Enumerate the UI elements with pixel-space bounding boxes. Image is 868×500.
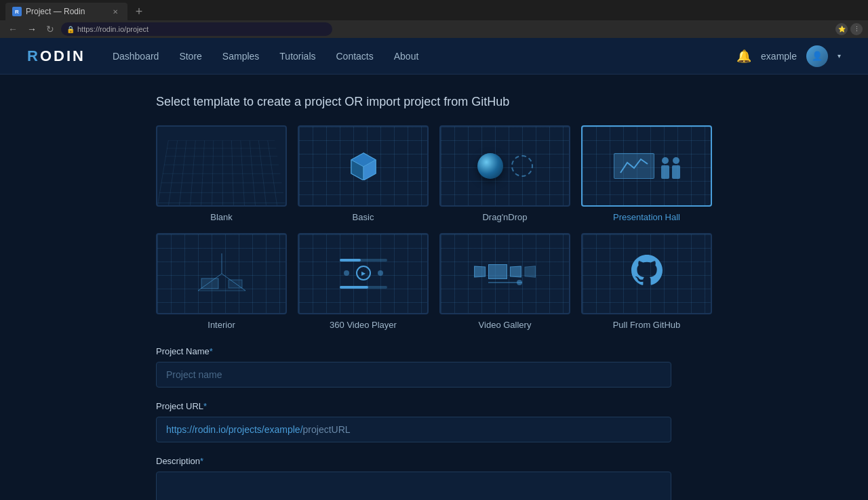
url-prefix: https://rodin.io/projects/example/	[166, 424, 303, 435]
refresh-button[interactable]: ↻	[43, 22, 57, 36]
nav-link-store[interactable]: Store	[179, 51, 201, 62]
template-card-dragndrop[interactable]	[439, 125, 570, 207]
new-tab-button[interactable]: +	[130, 3, 148, 20]
gallery-screens	[474, 264, 536, 279]
templates-grid: Blank Basic	[156, 125, 712, 330]
template-card-presentation-hall[interactable]	[581, 125, 712, 207]
nav-links: Dashboard Store Samples Tutorials Contac…	[113, 51, 418, 62]
secure-icon: 🔒	[66, 26, 75, 33]
template-card-github[interactable]	[581, 233, 712, 314]
required-marker: *	[210, 346, 213, 356]
nav-link-about[interactable]: About	[394, 51, 419, 62]
template-item-github[interactable]: Pull From GitHub	[581, 233, 712, 330]
main-content: Select template to create a project OR i…	[129, 75, 739, 500]
address-bar: ← → ↻ 🔒 https://rodin.io/project ⭐ ⋮	[0, 20, 868, 38]
template-item-basic[interactable]: Basic	[298, 125, 429, 222]
tab-title: Project — Rodin	[26, 7, 85, 16]
template-card-blank[interactable]	[156, 125, 287, 207]
user-avatar[interactable]: 👤	[806, 45, 828, 67]
svg-rect-9	[229, 280, 242, 288]
back-button[interactable]: ←	[5, 22, 20, 36]
description-label: Description*	[156, 456, 671, 466]
template-label-github: Pull From GitHub	[613, 320, 681, 330]
description-textarea[interactable]	[156, 472, 671, 500]
form-section: Project Name* Project URL* https://rodin…	[156, 346, 671, 500]
gallery-screen-center	[488, 264, 507, 279]
nav-link-dashboard[interactable]: Dashboard	[113, 51, 159, 62]
sphere-container	[477, 153, 533, 179]
template-card-video-gallery[interactable]	[439, 233, 570, 314]
forward-button[interactable]: →	[24, 22, 39, 36]
video-dot-left	[344, 270, 349, 276]
project-url-label: Project URL*	[156, 401, 671, 411]
progress-bar-2	[340, 286, 387, 289]
required-marker-url: *	[203, 401, 207, 411]
progress-fill-2	[340, 286, 368, 289]
user-name-label: example	[761, 51, 797, 62]
page-title: Select template to create a project OR i…	[156, 95, 712, 109]
template-item-blank[interactable]: Blank	[156, 125, 287, 222]
template-label-blank: Blank	[210, 212, 233, 222]
presentation-screen	[614, 153, 654, 179]
presentation-icon	[614, 153, 680, 179]
template-item-video-gallery[interactable]: Video Gallery	[439, 233, 570, 330]
template-label-video-gallery: Video Gallery	[479, 320, 532, 330]
gallery-screen-left	[474, 266, 486, 278]
template-label-presentation-hall: Presentation Hall	[613, 212, 680, 222]
menu-icon[interactable]: ⋮	[850, 23, 863, 35]
browser-chrome: R Project — Rodin ✕ + ← → ↻ 🔒 https://ro…	[0, 0, 868, 38]
video-dot-right	[378, 270, 383, 276]
template-item-360-video[interactable]: ▶ 360 Video Player	[298, 233, 429, 330]
browser-tabs: R Project — Rodin ✕ +	[0, 0, 868, 20]
github-icon	[630, 253, 664, 295]
dashed-circle-icon	[511, 155, 533, 177]
video-controls: ▶	[344, 266, 383, 280]
interior-icon	[191, 250, 252, 297]
template-item-dragndrop[interactable]: Drag'nDrop	[439, 125, 570, 222]
tab-favicon: R	[12, 7, 22, 16]
video-play-button: ▶	[356, 266, 371, 280]
gallery-screen-right	[510, 266, 521, 278]
extensions-icon[interactable]: ⭐	[835, 23, 848, 35]
cube-icon	[350, 152, 377, 180]
app-navbar: RODIN Dashboard Store Samples Tutorials …	[0, 38, 868, 75]
gallery-icon	[474, 264, 536, 283]
url-suffix: projectURL	[303, 424, 351, 435]
nav-link-contacts[interactable]: Contacts	[336, 51, 374, 62]
address-url-text: https://rodin.io/project	[77, 25, 149, 33]
template-item-interior[interactable]: Interior	[156, 233, 287, 330]
template-card-basic[interactable]	[298, 125, 429, 207]
template-card-360-video[interactable]: ▶	[298, 233, 429, 314]
template-item-presentation-hall[interactable]: Presentation Hall	[581, 125, 712, 222]
project-name-group: Project Name*	[156, 346, 671, 388]
progress-fill	[340, 259, 361, 262]
user-dropdown-arrow[interactable]: ▾	[837, 52, 841, 60]
video360-icon: ▶	[340, 259, 387, 289]
project-name-label: Project Name*	[156, 346, 671, 356]
template-label-basic: Basic	[353, 212, 374, 222]
svg-rect-8	[201, 278, 218, 289]
gallery-connector	[488, 282, 522, 283]
address-input-bar[interactable]: 🔒 https://rodin.io/project	[61, 22, 332, 36]
sphere-icon	[477, 153, 503, 179]
template-label-dragndrop: Drag'nDrop	[482, 212, 527, 222]
nav-link-tutorials[interactable]: Tutorials	[279, 51, 315, 62]
app-logo: RODIN	[27, 47, 85, 65]
grid-background	[157, 140, 285, 205]
project-url-group: Project URL* https://rodin.io/projects/e…	[156, 401, 671, 442]
browser-right-icons: ⭐ ⋮	[835, 23, 863, 35]
browser-tab-active[interactable]: R Project — Rodin ✕	[5, 3, 127, 20]
description-group: Description* 128/128	[156, 456, 671, 500]
progress-bar	[340, 259, 387, 262]
tab-close-button[interactable]: ✕	[110, 6, 121, 17]
gallery-screen-far-right	[525, 266, 536, 278]
navbar-right: 🔔 example 👤 ▾	[736, 45, 841, 67]
template-label-interior: Interior	[208, 320, 235, 330]
required-marker-desc: *	[200, 456, 203, 466]
template-label-360-video: 360 Video Player	[330, 320, 397, 330]
project-name-input[interactable]	[156, 362, 671, 388]
nav-link-samples[interactable]: Samples	[222, 51, 259, 62]
notification-bell-icon[interactable]: 🔔	[736, 49, 751, 64]
avatar-icon: 👤	[812, 51, 823, 61]
template-card-interior[interactable]	[156, 233, 287, 314]
